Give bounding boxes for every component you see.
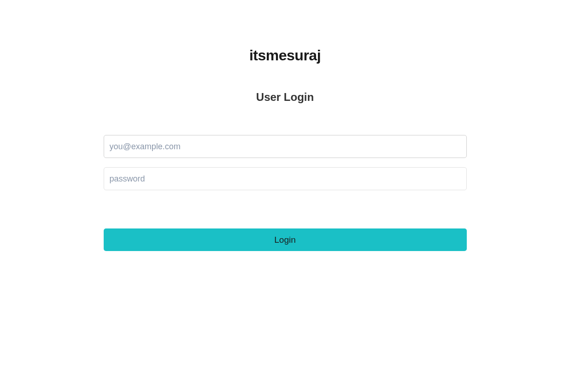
- spacer: [104, 158, 467, 167]
- password-input[interactable]: [104, 167, 467, 190]
- login-page: itsmesuraj User Login Login: [0, 0, 570, 251]
- form-title: User Login: [256, 91, 314, 104]
- login-button[interactable]: Login: [104, 228, 467, 251]
- login-form: Login: [104, 135, 467, 251]
- email-input[interactable]: [104, 135, 467, 158]
- brand-title: itsmesuraj: [249, 47, 321, 64]
